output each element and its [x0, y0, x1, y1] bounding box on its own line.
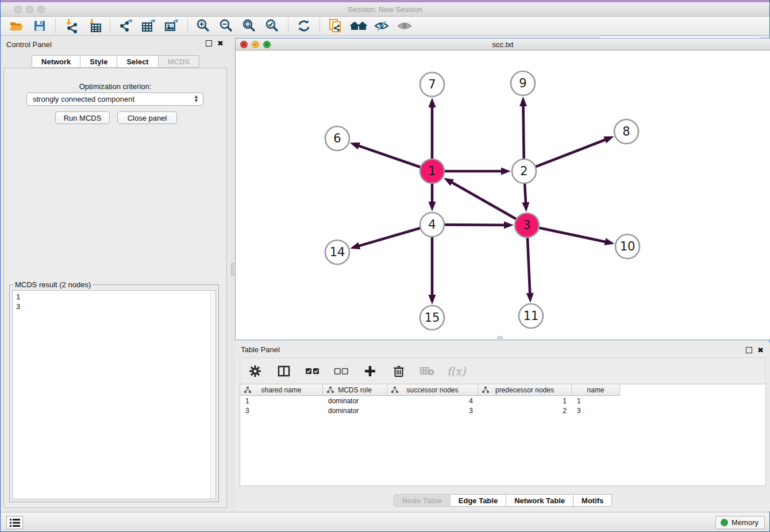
tab-motifs[interactable]: Motifs — [573, 494, 612, 507]
float-table-panel-icon[interactable] — [746, 347, 752, 353]
graph-node-9[interactable]: 9 — [511, 71, 535, 95]
cell-successor-nodes[interactable]: 4 — [387, 397, 478, 405]
close-panel-button[interactable]: Close panel — [117, 111, 177, 124]
tab-network[interactable]: Network — [32, 55, 80, 68]
open-session-button[interactable] — [5, 17, 28, 34]
close-panel-icon[interactable]: ✖ — [217, 40, 224, 47]
cell-name[interactable]: 3 — [572, 407, 620, 415]
function-builder-button[interactable]: f(x) — [448, 363, 464, 379]
column-header-predecessor-nodes[interactable]: predecessor nodes — [478, 384, 572, 396]
cell-predecessor-nodes[interactable]: 1 — [478, 397, 572, 405]
first-neighbors-button[interactable] — [347, 17, 370, 34]
zoom-in-button[interactable] — [192, 17, 215, 34]
criterion-select[interactable]: strongly connected component ▲▼ — [26, 92, 203, 106]
deselect-all-button[interactable] — [333, 363, 349, 379]
show-all-button[interactable] — [393, 17, 416, 34]
column-header-name[interactable]: name — [572, 384, 620, 396]
zoom-out-button[interactable] — [215, 17, 238, 34]
float-panel-icon[interactable] — [206, 40, 212, 47]
graph-node-1[interactable]: 1 — [420, 159, 444, 183]
graph-node-10[interactable]: 10 — [615, 234, 640, 259]
tab-select[interactable]: Select — [117, 55, 158, 68]
export-network-icon — [118, 18, 133, 33]
zoom-fit-button[interactable] — [238, 17, 261, 34]
column-label: successor nodes — [406, 386, 458, 394]
graph-edge-4-3[interactable] — [443, 225, 505, 225]
delete-column-button[interactable] — [391, 363, 407, 379]
save-session-button[interactable] — [28, 17, 51, 34]
mcds-result-text[interactable]: 1 3 — [12, 290, 216, 499]
delete-table-button[interactable] — [419, 363, 436, 379]
graph-edge-4-14[interactable] — [358, 228, 421, 246]
show-columns-button[interactable] — [276, 363, 292, 379]
graph-edge-3-10[interactable] — [538, 228, 606, 242]
graph-node-4[interactable]: 4 — [420, 213, 444, 237]
network-window-titlebar[interactable]: ✕ − + scc.txt — [236, 38, 770, 51]
save-floppy-icon — [33, 19, 47, 33]
cell-mcds-role[interactable]: dominator — [323, 397, 387, 405]
table-panel-title: Table Panel — [241, 345, 280, 354]
graph-node-15[interactable]: 15 — [420, 306, 444, 330]
export-table-button[interactable] — [137, 17, 160, 34]
delete-table-icon — [420, 366, 435, 376]
table-row[interactable]: 1 dominator 4 1 1 — [240, 396, 765, 406]
network-graph-canvas[interactable]: 7968124314101511 — [236, 51, 770, 340]
refresh-button[interactable] — [292, 17, 315, 34]
export-network-button[interactable] — [114, 17, 137, 34]
graph-edge-2-3[interactable] — [525, 182, 526, 203]
network-window-grip[interactable] — [497, 336, 503, 339]
graph-edge-2-9[interactable] — [523, 105, 523, 160]
tab-style[interactable]: Style — [80, 55, 117, 68]
vertical-splitter[interactable] — [230, 36, 235, 511]
run-mcds-button[interactable]: Run MCDS — [55, 111, 110, 124]
optimization-criterion-label: Optimization criterion: — [4, 82, 226, 91]
graph-node-label: 11 — [523, 309, 539, 323]
graph-node-3[interactable]: 3 — [515, 213, 539, 237]
zoom-fit-icon — [242, 18, 257, 33]
tab-node-table[interactable]: Node Table — [394, 494, 451, 507]
graph-node-14[interactable]: 14 — [325, 240, 349, 264]
graph-edge-3-11[interactable] — [528, 236, 530, 294]
new-network-from-selection-button[interactable] — [324, 17, 347, 34]
table-options-button[interactable] — [247, 363, 263, 379]
columns-icon — [278, 365, 290, 377]
toolbar-separator — [319, 18, 320, 33]
graph-node-7[interactable]: 7 — [420, 72, 444, 97]
tab-edge-table[interactable]: Edge Table — [451, 494, 506, 507]
graph-edge-1-6[interactable] — [358, 145, 422, 167]
close-table-panel-icon[interactable]: ✖ — [757, 347, 764, 353]
zoom-out-icon — [219, 18, 234, 33]
column-header-mcds-role[interactable]: MCDS role — [323, 384, 387, 396]
tab-network-table[interactable]: Network Table — [506, 494, 573, 507]
cell-shared-name[interactable]: 1 — [240, 397, 323, 405]
import-table-button[interactable] — [83, 17, 106, 34]
hide-selected-button[interactable] — [370, 17, 393, 34]
table-toolbar: f(x) — [240, 357, 766, 384]
show-task-history-button[interactable] — [6, 516, 23, 529]
graph-edge-2-8[interactable] — [534, 140, 606, 167]
cell-shared-name[interactable]: 3 — [240, 407, 323, 415]
result-scrollbar[interactable] — [210, 291, 215, 499]
graph-node-11[interactable]: 11 — [519, 304, 543, 328]
task-list-icon — [10, 519, 20, 527]
graph-node-2[interactable]: 2 — [512, 159, 536, 183]
column-header-successor-nodes[interactable]: successor nodes — [387, 384, 478, 396]
column-header-shared-name[interactable]: shared name — [240, 384, 323, 396]
cell-mcds-role[interactable]: dominator — [323, 407, 387, 415]
export-image-button[interactable] — [160, 17, 183, 34]
cell-name[interactable]: 1 — [572, 397, 620, 405]
mcds-result-group: MCDS result (2 nodes) 1 3 — [9, 284, 219, 502]
graph-edge-3-1[interactable] — [451, 182, 517, 220]
zoom-selected-button[interactable] — [261, 17, 284, 34]
splitter-grip[interactable] — [231, 263, 234, 276]
tab-mcds[interactable]: MCDS — [159, 55, 199, 68]
select-all-button[interactable] — [305, 363, 321, 379]
graph-node-6[interactable]: 6 — [325, 126, 349, 151]
import-network-button[interactable] — [60, 17, 83, 34]
memory-button[interactable]: Memory — [715, 516, 765, 529]
cell-successor-nodes[interactable]: 3 — [387, 407, 478, 415]
cell-predecessor-nodes[interactable]: 2 — [478, 407, 572, 415]
graph-node-8[interactable]: 8 — [614, 119, 638, 144]
table-row[interactable]: 3 dominator 3 2 3 — [240, 406, 765, 415]
add-column-button[interactable] — [362, 363, 378, 379]
